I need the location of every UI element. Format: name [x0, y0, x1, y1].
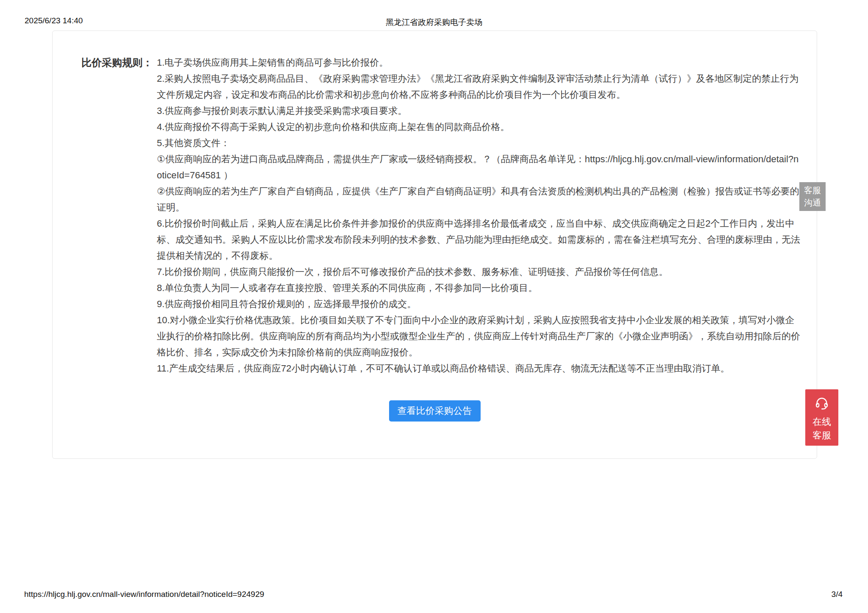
online-service-label: 在线客服 [812, 415, 832, 442]
print-footer-url: https://hljcg.hlj.gov.cn/mall-view/infor… [24, 590, 264, 599]
rules-card: 比价采购规则： 1.电子卖场供应商用其上架销售的商品可参与比价报价。2.采购人按… [52, 31, 817, 459]
rule-text: 10.对小微企业实行价格优惠政策。比价项目如关联了不专门面向中小企业的政府采购计… [157, 312, 802, 361]
rules-section-label: 比价采购规则： [81, 55, 157, 71]
rule-text: 9.供应商报价相同且符合报价规则的，应选择最早报价的成交。 [157, 296, 802, 312]
rule-text: 1.电子卖场供应商用其上架销售的商品可参与比价报价。 [157, 55, 802, 71]
rule-text: 3.供应商参与报价则表示默认满足并接受采购需求项目要求。 [157, 103, 802, 119]
view-announcement-button[interactable]: 查看比价采购公告 [389, 400, 481, 422]
print-page-indicator: 3/4 [832, 590, 843, 599]
rule-text: 11.产生成交结果后，供应商应72小时内确认订单，不可不确认订单或以商品价格错误… [157, 361, 802, 377]
customer-service-chat-label: 客服沟通 [803, 184, 822, 209]
online-service-button[interactable]: 在线客服 [805, 389, 838, 446]
rule-text: 7.比价报价期间，供应商只能报价一次，报价后不可修改报价产品的技术参数、服务标准… [157, 264, 802, 280]
button-row: 查看比价采购公告 [53, 400, 817, 422]
customer-service-chat-tab[interactable]: 客服沟通 [799, 182, 826, 211]
rules-section: 比价采购规则： 1.电子卖场供应商用其上架销售的商品可参与比价报价。2.采购人按… [53, 31, 817, 377]
rule-text: 8.单位负责人为同一人或者存在直接控股、管理关系的不同供应商，不得参加同一比价项… [157, 280, 802, 296]
rule-text: 6.比价报价时间截止后，采购人应在满足比价条件并参加报价的供应商中选择排名价最低… [157, 216, 802, 264]
rule-text: ①供应商响应的若为进口商品或品牌商品，需提供生产厂家或一级经销商授权。？（品牌商… [157, 151, 802, 183]
headset-icon [814, 396, 829, 411]
site-title: 黑龙江省政府采购电子卖场 [0, 17, 868, 28]
rule-text: 5.其他资质文件： [157, 135, 802, 151]
rule-text: ②供应商响应的若为生产厂家自产自销商品，应提供《生产厂家自产自销商品证明》和具有… [157, 183, 802, 216]
rule-text: 2.采购人按照电子卖场交易商品品目、《政府采购需求管理办法》《黑龙江省政府采购文… [157, 71, 802, 103]
rules-list: 1.电子卖场供应商用其上架销售的商品可参与比价报价。2.采购人按照电子卖场交易商… [157, 55, 802, 377]
rule-text: 4.供应商报价不得高于采购人设定的初步意向价格和供应商上架在售的同款商品价格。 [157, 119, 802, 135]
